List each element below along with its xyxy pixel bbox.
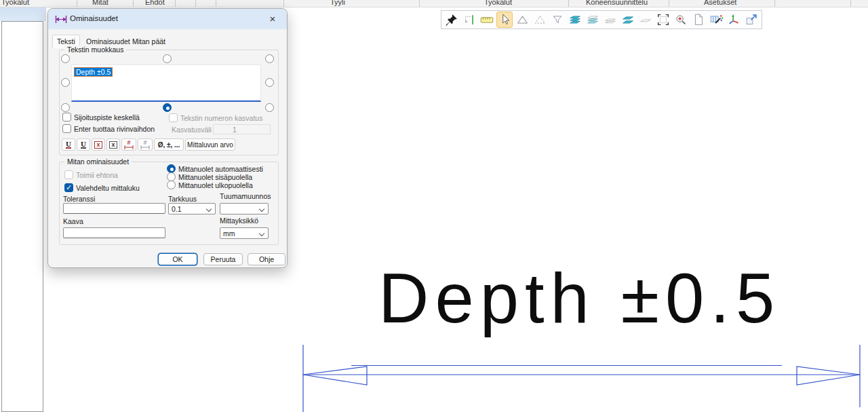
underline-black-button[interactable]: U bbox=[77, 138, 90, 151]
anchor-radio-top-center[interactable] bbox=[163, 54, 172, 63]
dialog-titlebar[interactable]: Ominaisuudet × bbox=[48, 9, 287, 29]
formula-field[interactable] bbox=[63, 227, 165, 238]
zoom-in-icon[interactable] bbox=[673, 12, 689, 28]
menu-tyokalut-right[interactable]: Työkalut bbox=[484, 0, 512, 7]
properties-dialog: Ominaisuudet × Teksti Ominaisuudet Mitan… bbox=[47, 8, 288, 268]
formula-label: Kaava bbox=[63, 217, 83, 225]
checkbox-placement-center-label: Sijoituspiste keskellä bbox=[74, 113, 140, 121]
radio-arrows-inside-label: Mittanuolet sisäpuolella bbox=[178, 173, 252, 181]
radio-arrows-outside[interactable] bbox=[167, 181, 176, 189]
menu-separator bbox=[419, 0, 420, 7]
chevron-down-icon bbox=[259, 231, 264, 236]
dim-number-red-button[interactable]: # bbox=[121, 138, 136, 151]
inch-conversion-label: Tuumamuunnos bbox=[220, 192, 271, 200]
menu-koneensuunnittelu[interactable]: Koneensuunnittelu bbox=[586, 0, 648, 7]
pin-icon[interactable] bbox=[443, 12, 460, 28]
menu-asetukset[interactable]: Asetukset bbox=[704, 0, 736, 7]
checkbox-acts-as-condition-label: Toimii ehtona bbox=[76, 171, 118, 179]
dim-value-button[interactable]: Mittaluvun arvo bbox=[185, 138, 235, 151]
dimension-text-editor[interactable]: Depth ±0.5 bbox=[71, 64, 261, 102]
radio-arrows-auto-label: Mittanuolet automaattisesti bbox=[178, 165, 263, 173]
precision-label: Tarkkuus bbox=[168, 195, 197, 203]
document-icon[interactable] bbox=[690, 12, 707, 28]
underline-red-button[interactable]: U bbox=[62, 138, 75, 151]
anchor-radio-top-right[interactable] bbox=[265, 54, 274, 63]
tolerance-field[interactable] bbox=[63, 203, 165, 214]
triangle-icon[interactable] bbox=[514, 12, 530, 28]
tab-mitan-paat[interactable]: Mitan päät bbox=[128, 36, 170, 48]
filter-icon[interactable] bbox=[549, 12, 566, 28]
menu-separator bbox=[669, 0, 669, 7]
anchor-radio-bottom-center[interactable] bbox=[163, 103, 172, 112]
close-icon[interactable]: × bbox=[265, 12, 280, 26]
axes-icon[interactable] bbox=[726, 12, 742, 28]
unit-combo[interactable]: mm bbox=[220, 227, 269, 239]
menu-separator bbox=[216, 0, 216, 7]
menu-bar: Työkalut Mitat Ehdot Tyyli Työkalut Kone… bbox=[0, 0, 868, 7]
checkbox-enter-newline[interactable] bbox=[62, 124, 71, 133]
menu-separator bbox=[77, 0, 77, 7]
zoom-area-icon[interactable] bbox=[655, 12, 671, 28]
checkmark-icon: ✓ bbox=[66, 183, 72, 192]
inch-conversion-combo[interactable] bbox=[220, 203, 269, 214]
help-button[interactable]: Ohje bbox=[248, 253, 285, 265]
select-cursor-icon[interactable] bbox=[496, 12, 513, 28]
dim-number-gray-button[interactable]: # bbox=[138, 138, 153, 151]
growth-interval-field[interactable] bbox=[213, 124, 271, 134]
format-button-row: U U x x # # Ø, ±, ... Mittaluvun arvo bbox=[62, 138, 235, 151]
boxed-text-red-button[interactable]: x bbox=[92, 138, 105, 151]
menu-separator bbox=[133, 0, 134, 7]
app-window: Työkalut Mitat Ehdot Tyyli Työkalut Kone… bbox=[0, 0, 868, 412]
anchor-radio-middle-left[interactable] bbox=[61, 78, 70, 87]
anchor-radio-top-left[interactable] bbox=[61, 54, 70, 63]
table-wand-icon[interactable] bbox=[708, 12, 724, 28]
planes-teal-icon[interactable] bbox=[620, 12, 636, 28]
menu-separator bbox=[195, 0, 196, 7]
arrowhead-left bbox=[303, 367, 367, 385]
tolerance-label: Toleranssi bbox=[63, 195, 95, 203]
precision-combo[interactable]: 0.1 bbox=[168, 203, 216, 214]
special-symbols-button[interactable]: Ø, ±, ... bbox=[154, 138, 184, 151]
menu-tyyli[interactable]: Tyyli bbox=[330, 0, 345, 7]
icon-toolbar bbox=[441, 10, 762, 29]
dim-props-group-label: Mitan ominaisuudet bbox=[64, 157, 132, 166]
anchor-radio-bottom-left[interactable] bbox=[61, 103, 70, 112]
checkbox-number-growth-label: Tekstin numeron kasvatus bbox=[180, 114, 262, 122]
layers-stack-light-icon[interactable] bbox=[585, 12, 601, 28]
chevron-down-icon bbox=[259, 206, 264, 212]
arrowhead-right bbox=[797, 367, 860, 385]
checkbox-acts-as-condition[interactable] bbox=[64, 170, 73, 179]
checkbox-placement-center[interactable] bbox=[62, 113, 71, 121]
menu-separator bbox=[568, 0, 569, 7]
checkbox-enter-newline-label: Enter tuottaa rivinvaihdon bbox=[74, 125, 155, 133]
dim-glyph-gray bbox=[140, 145, 150, 149]
ok-button[interactable]: OK bbox=[158, 253, 197, 265]
layers-flat-gray-icon[interactable] bbox=[602, 12, 618, 28]
boxed-text-black-button[interactable]: x bbox=[106, 138, 120, 151]
menu-mitat[interactable]: Mitat bbox=[92, 0, 108, 7]
layers-stack-icon[interactable] bbox=[567, 12, 583, 28]
menu-separator bbox=[850, 0, 851, 7]
dashed-triangle-icon[interactable] bbox=[532, 12, 548, 28]
anchor-radio-middle-right[interactable] bbox=[265, 78, 274, 87]
dialog-title: Ominaisuudet bbox=[70, 14, 118, 22]
side-panel[interactable] bbox=[1, 21, 43, 412]
anchor-radio-bottom-right[interactable] bbox=[265, 103, 274, 112]
checkbox-fake-dim-value[interactable]: ✓ bbox=[64, 183, 73, 192]
radio-arrows-outside-label: Mittanuolet ulkopuolella bbox=[178, 181, 253, 189]
chevron-down-icon bbox=[206, 206, 212, 212]
dimension-icon bbox=[55, 15, 67, 24]
selected-text: Depth ±0.5 bbox=[74, 67, 113, 77]
toolbar-band bbox=[0, 7, 46, 21]
text-edit-group-label: Tekstin muokkaus bbox=[64, 45, 126, 54]
menu-ehdot[interactable]: Ehdot bbox=[145, 0, 165, 7]
plane-gray-icon[interactable] bbox=[637, 12, 654, 28]
cancel-button[interactable]: Peruuta bbox=[203, 253, 243, 265]
menu-tyokalut-left[interactable]: Työkalut bbox=[1, 0, 29, 7]
checkbox-number-growth[interactable] bbox=[169, 113, 178, 122]
unit-label: Mittayksikkö bbox=[220, 217, 258, 225]
share-icon[interactable] bbox=[743, 12, 760, 28]
ruler-icon[interactable] bbox=[479, 12, 495, 28]
fit-selection-icon[interactable] bbox=[461, 12, 477, 28]
menu-separator bbox=[774, 0, 775, 7]
